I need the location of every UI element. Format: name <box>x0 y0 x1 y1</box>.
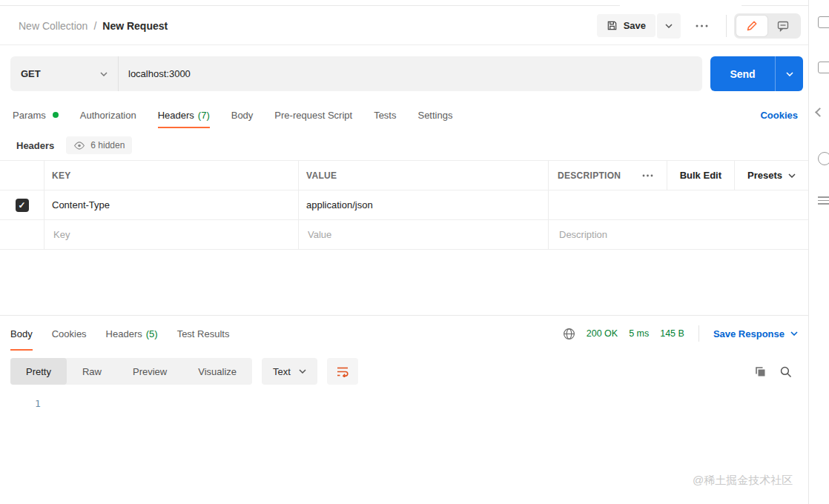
tabstrip-edge-right <box>742 0 808 6</box>
send-button-label: Send <box>710 56 775 91</box>
panel-icon[interactable] <box>818 16 829 28</box>
status-divider <box>698 325 699 342</box>
header-checkbox-cell <box>0 161 44 190</box>
bulk-edit-button[interactable]: Bulk Edit <box>667 161 734 190</box>
response-time[interactable]: 5 ms <box>629 328 649 339</box>
presets-label: Presets <box>747 170 782 181</box>
view-mode-raw[interactable]: Raw <box>67 358 117 385</box>
panel-icon[interactable] <box>818 62 829 73</box>
chevron-down-icon <box>100 72 108 76</box>
hidden-headers-label: 6 hidden <box>90 140 125 150</box>
more-dots-icon <box>696 24 708 27</box>
tab-headers-label: Headers <box>158 110 194 121</box>
request-header: New Collection / New Request Save <box>0 7 808 45</box>
response-tab-headers-count: (5) <box>146 328 158 339</box>
search-icon[interactable] <box>779 365 792 378</box>
tab-params-label: Params <box>13 110 46 121</box>
response-tab-cookies[interactable]: Cookies <box>52 316 87 351</box>
table-row-empty <box>0 220 808 250</box>
hidden-headers-toggle[interactable]: 6 hidden <box>66 136 132 154</box>
header-divider <box>726 15 727 37</box>
save-response-label: Save Response <box>713 328 785 339</box>
row-checkbox[interactable]: ✓ <box>16 199 29 212</box>
save-button-label: Save <box>624 20 646 31</box>
tab-pre-request-script[interactable]: Pre-request Script <box>274 101 352 129</box>
key-input[interactable] <box>52 228 285 241</box>
tab-settings-label: Settings <box>417 110 452 121</box>
editor-line-number: 1 <box>35 398 41 409</box>
value-input[interactable] <box>306 228 536 241</box>
table-more-button[interactable] <box>629 161 667 190</box>
view-mode-switcher: Pretty Raw Preview Visualize <box>10 358 252 385</box>
tab-params[interactable]: Params <box>13 101 59 129</box>
send-button[interactable]: Send <box>710 56 803 91</box>
response-tab-headers[interactable]: Headers (5) <box>106 316 158 351</box>
send-options-button[interactable] <box>775 56 803 91</box>
presets-button[interactable]: Presets <box>734 161 808 190</box>
column-value: VALUE <box>306 170 337 181</box>
breadcrumb-separator: / <box>93 20 96 32</box>
breadcrumb: New Collection / New Request <box>19 20 168 32</box>
method-value: GET <box>21 68 41 79</box>
headers-meta-row: Headers 6 hidden <box>16 134 132 156</box>
chevron-down-icon <box>790 331 798 336</box>
collapse-panel-icon[interactable] <box>815 107 825 117</box>
tab-authorization[interactable]: Authorization <box>80 101 136 129</box>
more-actions-button[interactable] <box>685 19 719 33</box>
copy-icon[interactable] <box>754 365 767 378</box>
save-icon <box>607 20 618 31</box>
save-response-button[interactable]: Save Response <box>713 328 798 339</box>
request-url-row: GET Send <box>10 56 803 91</box>
tab-tests[interactable]: Tests <box>374 101 396 129</box>
save-button[interactable]: Save <box>597 14 655 37</box>
tab-authorization-label: Authorization <box>80 110 136 121</box>
breadcrumb-request-name[interactable]: New Request <box>102 20 168 32</box>
eye-icon <box>73 142 85 150</box>
response-tab-body-label: Body <box>10 328 33 339</box>
view-mode-preview[interactable]: Preview <box>117 358 182 385</box>
column-description: DESCRIPTION <box>558 170 621 181</box>
tab-body[interactable]: Body <box>231 101 254 129</box>
headers-section-title: Headers <box>16 140 54 151</box>
response-tab-body[interactable]: Body <box>10 316 33 351</box>
cookies-link[interactable]: Cookies <box>760 101 798 129</box>
comments-button[interactable] <box>767 16 799 36</box>
chevron-down-icon <box>665 24 673 28</box>
tab-headers[interactable]: Headers (7) <box>158 101 210 129</box>
method-select[interactable]: GET <box>10 56 119 91</box>
chevron-down-icon <box>299 369 306 374</box>
right-sidebar-rail <box>808 0 829 504</box>
url-input[interactable] <box>119 67 702 80</box>
response-tab-test-results-label: Test Results <box>177 328 230 339</box>
params-active-dot <box>53 112 59 118</box>
chevron-down-icon <box>788 173 796 178</box>
table-row: ✓ Content-Type application/json <box>0 190 808 220</box>
wrap-lines-button[interactable] <box>327 358 358 385</box>
globe-icon[interactable] <box>563 328 575 340</box>
comment-icon <box>777 20 789 32</box>
format-select-value: Text <box>273 366 291 377</box>
breadcrumb-collection[interactable]: New Collection <box>19 20 87 32</box>
header-value-value[interactable]: application/json <box>306 199 373 210</box>
save-options-button[interactable] <box>657 13 681 39</box>
tab-settings[interactable]: Settings <box>417 101 452 129</box>
status-badge[interactable]: 200 OK <box>587 328 618 339</box>
tab-body-label: Body <box>231 110 254 121</box>
request-tabs: Params Authorization Headers (7) Body Pr… <box>0 101 808 129</box>
view-mode-pretty[interactable]: Pretty <box>10 358 67 385</box>
column-key: KEY <box>52 170 71 181</box>
response-tab-test-results[interactable]: Test Results <box>177 316 230 351</box>
table-header-row: KEY VALUE DESCRIPTION Bulk Edit Presets <box>0 160 808 190</box>
response-tabs: Body Cookies Headers (5) Test Results 20… <box>0 315 808 351</box>
response-size[interactable]: 145 B <box>660 328 684 339</box>
header-key-value[interactable]: Content-Type <box>52 199 110 210</box>
view-mode-visualize[interactable]: Visualize <box>182 358 252 385</box>
edit-mode-button[interactable] <box>736 16 767 36</box>
watermark: @稀土掘金技术社区 <box>693 474 793 488</box>
description-input[interactable] <box>558 228 796 241</box>
tabstrip-edge-left <box>0 0 620 6</box>
help-icon[interactable] <box>818 152 829 165</box>
format-select[interactable]: Text <box>262 358 317 385</box>
empty-checkbox-cell <box>0 220 44 249</box>
menu-icon[interactable] <box>818 196 829 207</box>
